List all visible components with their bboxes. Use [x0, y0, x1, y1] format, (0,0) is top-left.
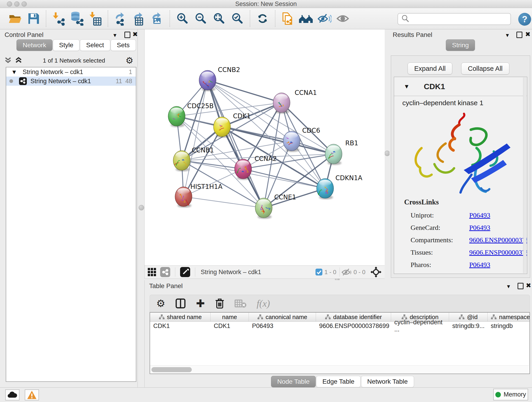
cloud-button[interactable]	[5, 389, 19, 400]
tab-style[interactable]: Style	[53, 39, 80, 51]
network-edge[interactable]	[208, 80, 282, 103]
tab-edge-table[interactable]: Edge Table	[316, 376, 361, 387]
expand-all-icon[interactable]	[4, 56, 12, 65]
table-cell[interactable]: CDK1	[210, 322, 249, 330]
clone-network-button[interactable]	[280, 11, 295, 26]
delete-column-icon[interactable]	[215, 298, 225, 309]
results-scrollbar[interactable]	[523, 77, 526, 273]
collapse-all-icon[interactable]	[15, 56, 22, 65]
status-bar: Memory	[0, 387, 532, 402]
column-header-canonical-name[interactable]: canonical name	[249, 313, 316, 321]
search-box[interactable]	[398, 13, 511, 25]
table-horizontal-scrollbar[interactable]	[150, 365, 529, 373]
show-columns-icon[interactable]	[175, 298, 186, 309]
panel-float-icon[interactable]	[516, 32, 522, 38]
eye-slash-blue-button[interactable]	[317, 11, 332, 26]
gear-icon[interactable]: ⚙	[126, 56, 133, 65]
collapse-all-button[interactable]: Collapse All	[461, 63, 509, 75]
save-button[interactable]	[26, 11, 41, 26]
network-type-icon[interactable]	[160, 264, 170, 280]
network-edge[interactable]	[243, 169, 325, 188]
panel-close-icon[interactable]: ✖	[133, 31, 138, 38]
crosslink-link[interactable]: 9606.ENSP00000378699	[469, 236, 527, 244]
add-column-icon[interactable]: ✚	[196, 298, 205, 309]
export-image-button[interactable]	[150, 11, 165, 26]
table-cell[interactable]: CDK1	[150, 322, 210, 330]
network-row-selected[interactable]: String Network – cdk1 11 48	[6, 77, 136, 86]
table-panel-title: Table Panel	[149, 282, 183, 290]
column-header-namespace[interactable]: namespace	[488, 313, 530, 321]
collection-row[interactable]: ▼ String Network – cdk1 1	[6, 67, 136, 77]
panel-float-icon[interactable]	[518, 283, 524, 289]
column-header-name[interactable]: name	[210, 313, 249, 321]
help-button[interactable]: ?	[518, 13, 531, 26]
grid-view-icon[interactable]	[147, 264, 157, 280]
search-input[interactable]	[410, 15, 507, 23]
import-network-button[interactable]	[51, 11, 66, 26]
panel-menu-icon[interactable]: ▾	[114, 32, 116, 38]
crosslink-link[interactable]: P06493	[469, 211, 490, 219]
network-canvas[interactable]: CCNB2CCNA1CDC25BCDK1CDC6RB1CCNB1CCNA2CDK…	[144, 29, 385, 265]
disclosure-triangle-icon[interactable]: ▼	[404, 83, 410, 89]
network-node-HIST1H1A[interactable]: HIST1H1A	[175, 183, 222, 208]
network-edge[interactable]	[184, 80, 208, 197]
open-folder-button[interactable]	[7, 11, 23, 26]
tab-sets[interactable]: Sets	[111, 39, 136, 51]
tab-select[interactable]: Select	[80, 39, 110, 51]
disclosure-triangle-icon[interactable]: ▼	[11, 69, 17, 75]
column-label: @id	[467, 313, 478, 321]
table-cell[interactable]: 9606.ENSP00000378699	[316, 322, 391, 330]
tab-network[interactable]: Network	[17, 39, 52, 51]
zoom-out-button[interactable]	[193, 11, 208, 26]
birdseye-view-icon[interactable]	[180, 264, 190, 280]
selected-checkbox-icon[interactable]	[315, 268, 323, 276]
gene-header-row[interactable]: ▼ CDK1	[394, 77, 527, 96]
table-cell[interactable]: stringdb:9...	[449, 322, 488, 330]
control-panel-tabs: NetworkStyleSelectSets	[17, 39, 136, 51]
crosslink-row: Pharos:P06493	[411, 261, 431, 269]
zoom-in-button[interactable]	[175, 11, 190, 26]
column-label: canonical name	[266, 313, 307, 321]
gear-icon[interactable]: ⚙	[156, 298, 165, 308]
right-splitter-handle[interactable]	[385, 151, 390, 156]
column-header-@id[interactable]: @id	[449, 313, 488, 321]
panel-menu-icon[interactable]: ▾	[507, 283, 510, 289]
zoom-selected-button[interactable]	[230, 11, 245, 26]
import-table-button[interactable]	[88, 11, 103, 26]
column-header-database-identifier[interactable]: database identifier	[316, 313, 391, 321]
warning-button[interactable]	[25, 389, 39, 400]
tab-string[interactable]: String	[446, 39, 475, 51]
expand-all-button[interactable]: Expand All	[408, 63, 452, 75]
table-row[interactable]: CDK1CDK1P064939606.ENSP00000378699cyclin…	[150, 322, 530, 330]
crosslink-link[interactable]: 9606.ENSP00000378699	[469, 249, 527, 256]
refresh-button[interactable]	[255, 11, 270, 26]
hidden-eye-icon[interactable]	[341, 268, 352, 277]
panel-close-icon[interactable]: ✖	[525, 31, 530, 38]
table-cell[interactable]: stringdb	[488, 322, 530, 330]
network-node-CDKN1A[interactable]: CDKN1A	[317, 174, 362, 199]
memory-button[interactable]: Memory	[493, 389, 528, 400]
tab-node-table[interactable]: Node Table	[271, 376, 316, 387]
table-cell[interactable]: cyclin–dependent ...	[391, 322, 449, 330]
panel-float-icon[interactable]	[124, 32, 130, 38]
export-network-button[interactable]	[113, 11, 128, 26]
table-cell[interactable]: P06493	[249, 322, 316, 330]
crosslink-link[interactable]: P06493	[469, 261, 490, 269]
export-table-button[interactable]	[131, 11, 146, 26]
import-database-button[interactable]	[70, 11, 85, 26]
network-edge[interactable]	[184, 197, 264, 208]
table-header-row[interactable]: shared namenamecanonical namedatabase id…	[150, 313, 530, 322]
panel-close-icon[interactable]: ✖	[526, 282, 531, 289]
crosslink-link[interactable]: P06493	[469, 224, 490, 231]
scrollbar-thumb[interactable]	[152, 367, 192, 372]
houses-button[interactable]	[298, 11, 314, 26]
network-node-CCNE1[interactable]: CCNE1	[255, 193, 296, 219]
fit-selected-icon[interactable]	[370, 267, 381, 278]
column-header-shared-name[interactable]: shared name	[150, 313, 210, 321]
left-splitter-handle[interactable]	[139, 205, 144, 211]
network-node-CCNA1[interactable]: CCNA1	[273, 89, 317, 114]
zoom-fit-button[interactable]	[211, 11, 227, 26]
panel-menu-icon[interactable]: ▾	[506, 32, 509, 38]
network-node-RB1[interactable]: RB1	[325, 139, 358, 165]
tab-network-table[interactable]: Network Table	[361, 376, 414, 387]
